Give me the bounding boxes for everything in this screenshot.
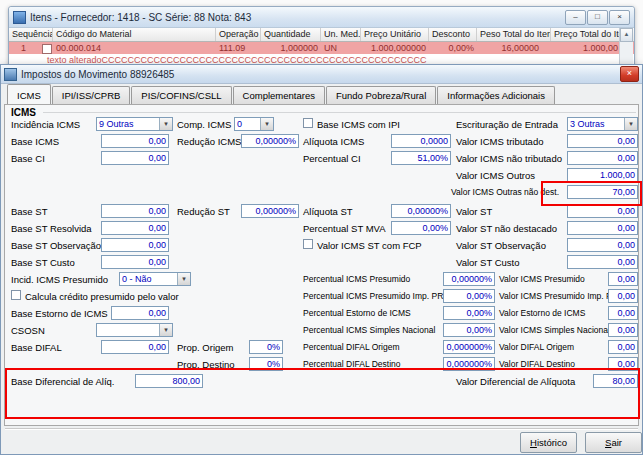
base-st-custo-field[interactable]: 0,00 — [101, 255, 169, 269]
percentual-icms-presumido-label: Percentual ICMS Presumido — [303, 274, 410, 284]
percentual-icms-presumido-imp-pr-field[interactable]: 0,00% — [443, 289, 495, 303]
reducao-st-label: Redução ST — [177, 206, 230, 217]
calcula-credito-checkbox[interactable] — [11, 290, 21, 300]
valor-icms-presumido-field[interactable]: 0,00 — [608, 272, 638, 286]
escrituracao-entrada-select[interactable]: 3 Outras ▾ — [567, 117, 638, 131]
valor-icms-presumido-label: Valor ICMS Presumido — [499, 274, 585, 284]
valor-estorno-icms-label: Valor Estorno de ICMS — [499, 308, 585, 318]
valor-icms-presumido-imp-pr-field[interactable]: 0,00 — [608, 289, 638, 303]
cell-quantidade: 1,000000 — [261, 42, 321, 54]
percentual-difal-origem-field[interactable]: 0,000000% — [443, 340, 495, 354]
table-row[interactable]: 1 00.000.014 111.09 1,000000 UN 1.000,00… — [9, 42, 634, 54]
base-st-resolvida-label: Base ST Resolvida — [11, 223, 92, 234]
highlight-box-outras-nao-dest — [541, 181, 642, 206]
base-st-observacao-field[interactable]: 0,00 — [101, 238, 169, 252]
valor-estorno-icms-field[interactable]: 0,00 — [608, 306, 638, 320]
valor-st-nao-destacado-label: Valor ST não destacado — [456, 223, 557, 234]
table-scrollbar[interactable]: ▲ — [619, 28, 633, 66]
valor-st-custo-field[interactable]: 0,00 — [567, 255, 638, 269]
valor-icms-simples-field[interactable]: 0,00 — [608, 323, 638, 337]
cell-peso-total: 16,00000 — [477, 42, 551, 54]
valor-st-field[interactable]: 0,00 — [567, 204, 638, 218]
base-st-resolvida-field[interactable]: 0,00 — [101, 221, 169, 235]
incid-icms-presumido-value: 0 - Não — [120, 273, 177, 285]
incid-icms-presumido-select[interactable]: 0 - Não ▾ — [119, 272, 191, 286]
dialog-titlebar[interactable]: Impostos do Movimento 88926485 × — [1, 65, 642, 84]
percentual-ci-label: Percentual CI — [303, 153, 361, 164]
percentual-estorno-icms-field[interactable]: 0,00% — [443, 306, 495, 320]
cell-codigo: 00.000.014 — [53, 42, 216, 54]
valor-st-nao-destacado-field[interactable]: 0,00 — [567, 221, 638, 235]
chevron-down-icon: ▾ — [177, 273, 190, 285]
tab-informacoes-adicionais[interactable]: Informações Adicionais — [437, 86, 555, 104]
aliquota-icms-label: Alíquota ICMS — [303, 136, 364, 147]
incid-icms-presumido-label: Incid. ICMS Presumido — [11, 274, 108, 285]
valor-difal-origem-field[interactable]: 0,00 — [608, 340, 638, 354]
items-window-titlebar[interactable]: Itens - Fornecedor: 1418 - SC Série: 88 … — [9, 7, 634, 28]
col-codigo[interactable]: Código do Material — [53, 28, 216, 41]
incidencia-icms-select[interactable]: 9 Outras ▾ — [96, 117, 173, 131]
tab-ipi-iss-cprb[interactable]: IPI/ISS/CPRB — [52, 86, 131, 104]
base-estorno-icms-field[interactable]: 0,00 — [111, 306, 169, 320]
valor-difal-origem-label: Valor DIFAL Origem — [499, 342, 574, 352]
minimize-icon[interactable]: – — [565, 10, 586, 25]
valor-icms-tributado-field[interactable]: 0,00 — [567, 134, 638, 148]
prop-origem-field[interactable]: 0% — [249, 340, 283, 354]
csosn-select[interactable]: ▾ — [96, 323, 173, 337]
col-sequencia[interactable]: Sequência — [9, 28, 53, 41]
aliquota-st-field[interactable]: 0,00000% — [391, 204, 451, 218]
highlight-box-diferencial — [5, 368, 640, 419]
base-ci-field[interactable]: 0,00 — [101, 151, 169, 165]
percentual-icms-simples-field[interactable]: 0,00% — [443, 323, 495, 337]
col-un-med[interactable]: Un. Med. — [321, 28, 361, 41]
percentual-icms-presumido-field[interactable]: 0,00000% — [443, 272, 495, 286]
maximize-icon[interactable]: □ — [587, 10, 608, 25]
col-peso-total[interactable]: Peso Total do Item — [477, 28, 551, 41]
close-icon[interactable]: × — [609, 10, 630, 25]
base-icms-label: Base ICMS — [11, 136, 59, 147]
aliquota-icms-field[interactable]: 0,0000 — [391, 134, 451, 148]
valor-icms-st-com-fcp-checkbox[interactable] — [303, 239, 313, 249]
col-quantidade[interactable]: Quantidade — [261, 28, 321, 41]
percentual-estorno-icms-label: Percentual Estorno de ICMS — [303, 308, 411, 318]
percentual-st-mva-label: Percentual ST MVA — [303, 223, 386, 234]
tab-complementares[interactable]: Complementares — [233, 86, 325, 104]
tab-bar: ICMS IPI/ISS/CPRB PIS/COFINS/CSLL Comple… — [7, 86, 556, 104]
base-icms-field[interactable]: 0,00 — [101, 134, 169, 148]
historico-button[interactable]: Histórico — [520, 432, 577, 453]
csosn-value — [97, 324, 159, 336]
base-icms-com-ipi-checkbox[interactable] — [303, 118, 313, 128]
tab-fundo-pobreza[interactable]: Fundo Pobreza/Rural — [326, 86, 436, 104]
impostos-dialog: Impostos do Movimento 88926485 × ICMS IP… — [0, 64, 643, 455]
base-st-field[interactable]: 0,00 — [101, 204, 169, 218]
sair-button[interactable]: Sair — [585, 432, 642, 453]
col-operacao[interactable]: Operação — [216, 28, 261, 41]
reducao-icms-label: Redução ICMS — [177, 136, 241, 147]
close-icon[interactable]: × — [620, 66, 639, 82]
percentual-st-mva-field[interactable]: 0,00% — [391, 221, 451, 235]
app-icon — [13, 11, 26, 24]
scroll-up-icon[interactable]: ▲ — [620, 28, 633, 42]
incidencia-icms-value: 9 Outras — [97, 118, 159, 130]
row-checkbox[interactable] — [42, 44, 52, 54]
col-preco-total[interactable]: Preço Total do Item — [551, 28, 621, 41]
reducao-icms-field[interactable]: 0,00000% — [241, 134, 299, 148]
screen: Itens - Fornecedor: 1418 - SC Série: 88 … — [0, 0, 643, 455]
valor-st-observacao-field[interactable]: 0,00 — [567, 238, 638, 252]
col-desconto[interactable]: Desconto — [429, 28, 477, 41]
comp-icms-select[interactable]: 0 ▾ — [234, 117, 274, 131]
base-st-custo-label: Base ST Custo — [11, 257, 75, 268]
reducao-st-field[interactable]: 0,00000% — [241, 204, 299, 218]
valor-icms-nao-tributado-field[interactable]: 0,00 — [567, 151, 638, 165]
valor-icms-outros-field[interactable]: 1.000,00 — [567, 168, 638, 182]
dialog-title: Impostos do Movimento 88926485 — [21, 69, 620, 80]
csosn-label: CSOSN — [11, 325, 45, 336]
tab-icms[interactable]: ICMS — [7, 84, 51, 104]
col-preco-unitario[interactable]: Preço Unitário — [361, 28, 429, 41]
group-divider — [43, 112, 636, 113]
cell-operacao: 111.09 — [216, 42, 261, 54]
percentual-ci-field[interactable]: 51,00% — [391, 151, 451, 165]
base-difal-field[interactable]: 0,00 — [101, 340, 169, 354]
percentual-icms-presumido-imp-pr-label: Percentual ICMS Presumido Imp. PR — [303, 291, 443, 301]
tab-pis-cofins-csll[interactable]: PIS/COFINS/CSLL — [131, 86, 231, 104]
